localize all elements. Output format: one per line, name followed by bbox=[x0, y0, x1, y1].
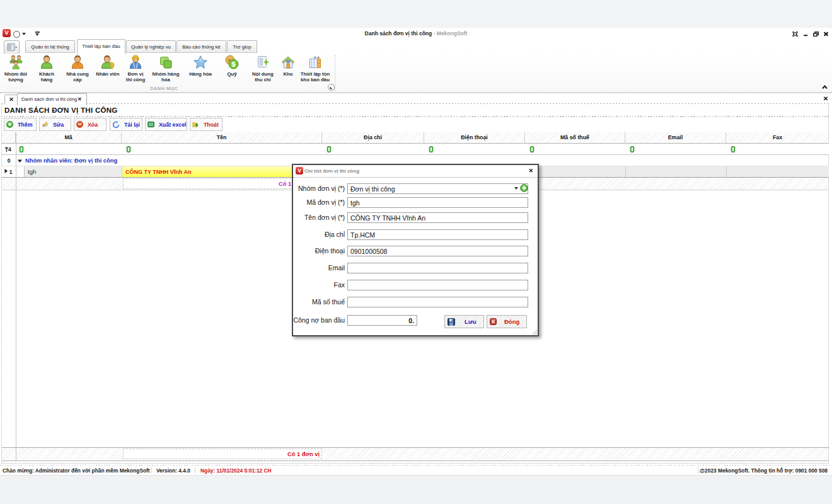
svg-text:$: $ bbox=[232, 60, 236, 68]
